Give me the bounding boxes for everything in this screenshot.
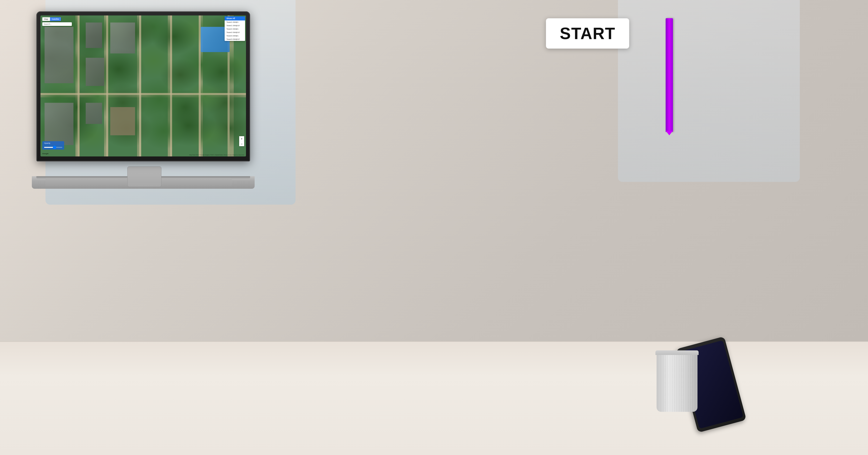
- zoom-controls[interactable]: + –: [239, 136, 244, 146]
- start-button-card[interactable]: START: [546, 18, 629, 49]
- building-1: [44, 27, 73, 83]
- map-area[interactable]: Map Satellite Opacity Google: [40, 16, 246, 156]
- layer-item-1[interactable]: Tower1-SM@10': [225, 24, 245, 27]
- laptop-trackpad[interactable]: [127, 166, 161, 187]
- road-v5: [199, 16, 201, 156]
- layer-item-2[interactable]: Tower2-SM@1: [225, 27, 245, 31]
- zoom-out-button[interactable]: –: [239, 141, 244, 146]
- building-4: [86, 58, 104, 86]
- laptop-bezel: Map Satellite Opacity Google: [36, 11, 250, 161]
- layer-item-5[interactable]: Tower3-SM@10': [225, 37, 245, 41]
- road-v1: [78, 16, 80, 156]
- building-5: [44, 103, 73, 145]
- bg-window-right: [618, 0, 800, 182]
- zoom-in-button[interactable]: +: [239, 136, 244, 141]
- opacity-control[interactable]: Opacity: [42, 141, 64, 150]
- building-3: [110, 23, 135, 54]
- search-box[interactable]: [42, 22, 72, 26]
- building-church: [110, 107, 135, 135]
- opacity-label: Opacity: [44, 142, 62, 144]
- search-input[interactable]: [44, 23, 70, 25]
- map-toggle[interactable]: Map Satellite: [42, 17, 61, 21]
- cup-body: [657, 355, 698, 412]
- building-2: [86, 23, 102, 48]
- road-v2: [106, 16, 108, 156]
- satellite-btn[interactable]: Satellite: [50, 17, 61, 21]
- layer-item-3[interactable]: Tower2-SM@10': [225, 31, 245, 34]
- opacity-slider[interactable]: [44, 147, 62, 148]
- layer-item-4[interactable]: Tower3-SM@1: [225, 34, 245, 37]
- pen-container: [666, 18, 679, 143]
- laptop-screen: Map Satellite Opacity Google: [40, 16, 246, 156]
- laptop: Map Satellite Opacity Google: [36, 11, 252, 189]
- road-horizontal: [40, 93, 246, 95]
- pen-cup: [657, 351, 698, 414]
- cup-rim: [655, 351, 699, 355]
- layer-item-0[interactable]: Tower1-SM@1: [225, 21, 245, 24]
- show-all-button[interactable]: Show All: [225, 17, 245, 21]
- road-v4: [170, 16, 172, 156]
- building-6: [86, 103, 102, 124]
- layer-dropdown[interactable]: Show All Tower1-SM@1 Tower1-SM@10' Tower…: [225, 17, 245, 41]
- start-label: START: [560, 24, 615, 42]
- pen: [666, 18, 673, 132]
- road-v3-main: [139, 16, 141, 156]
- map-btn[interactable]: Map: [42, 17, 50, 21]
